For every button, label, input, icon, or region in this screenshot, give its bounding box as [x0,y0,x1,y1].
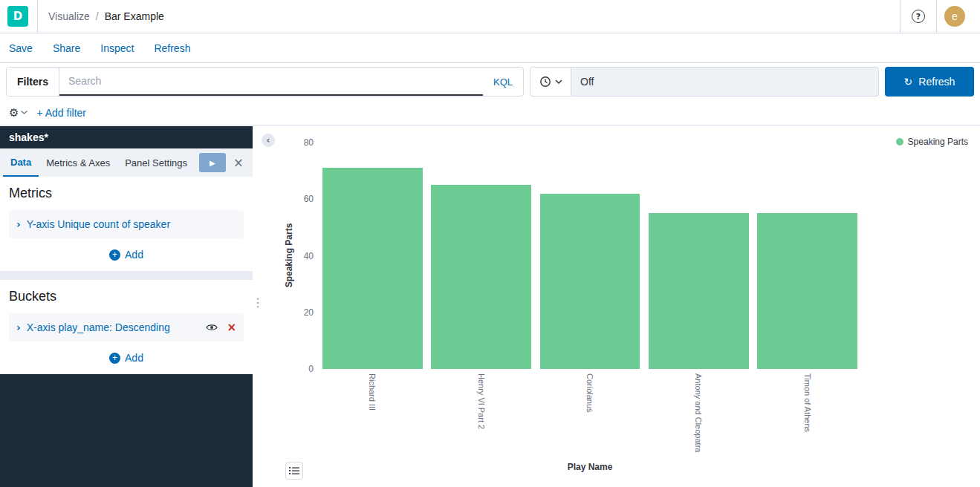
app-logo[interactable]: D [7,6,28,27]
time-picker-button[interactable] [530,67,571,97]
x-tick: Henry VI Part 2 [426,373,535,452]
chevron-down-icon [555,79,562,84]
bar-slot [753,143,862,369]
refresh-button[interactable]: ↻ Refresh [885,67,974,97]
search-input-wrap [59,68,483,96]
chart-region: ‹ Speaking Parts Speaking Parts 02040608… [253,126,980,487]
discard-changes-button[interactable]: × [233,155,244,170]
chart-bar[interactable] [322,168,423,369]
add-metric-label: Add [125,249,143,261]
legend-label: Speaking Parts [908,137,968,147]
breadcrumb-visualize-link[interactable]: Visualize [48,10,90,22]
time-picker-group: Off [530,67,879,97]
breadcrumb: Visualize / Bar Example [48,10,164,22]
kql-language-button[interactable]: KQL [483,68,523,96]
page-title: Bar Example [105,10,164,22]
inspect-button[interactable]: Inspect [100,42,134,54]
x-tick: Coriolanus [536,373,644,452]
refresh-link[interactable]: Refresh [154,42,190,54]
filter-bar: ⚙ + Add filter [0,100,980,125]
avatar: e [944,6,965,27]
x-tick-label: Coriolanus [585,373,594,452]
chevron-right-icon: › [16,218,21,230]
index-pattern-label: shakes* [0,126,253,148]
add-bucket-label: Add [125,352,143,364]
bar-slot [426,143,535,369]
action-bar: Save Share Inspect Refresh [0,33,980,63]
bar-slot [536,143,644,369]
buckets-title: Buckets [9,289,244,304]
chevron-left-icon: ‹ [267,135,270,146]
vis-editor-sidebar: shakes* Data Metrics & Axes Panel Settin… [0,126,253,487]
y-axis-ticks: 020406080 [293,143,314,369]
save-button[interactable]: Save [9,42,33,54]
x-tick-label: Henry VI Part 2 [477,373,486,452]
panel-resizer-handle[interactable]: ⋮ [252,297,264,309]
caret-down-icon [21,111,27,114]
filter-settings-button[interactable]: ⚙ [9,106,27,120]
bucket-agg-label: X-axis play_name: Descending [27,321,170,333]
autorefresh-field[interactable]: Off [571,67,879,97]
share-button[interactable]: Share [53,42,80,54]
clock-icon [539,76,551,88]
chart-bar[interactable] [649,213,749,369]
refresh-icon: ↻ [904,76,913,88]
help-icon: ? [912,10,925,23]
search-input[interactable] [67,74,476,88]
add-metric-button[interactable]: + Add [9,249,244,261]
legend-item[interactable]: Speaking Parts [896,137,968,147]
chevron-right-icon: › [16,321,21,333]
buckets-panel: Buckets › X-axis play_name: Descending ×… [0,280,253,374]
bar-slot [644,143,753,369]
logo-letter: D [13,10,22,23]
metric-y-axis-row[interactable]: › Y-axis Unique count of speaker [9,210,244,238]
filters-button[interactable]: Filters [7,68,59,96]
chart-bar[interactable] [540,194,640,369]
plus-icon: + [109,249,120,261]
sidebar-cards: Metrics › Y-axis Unique count of speaker… [0,177,253,374]
y-tick-label: 80 [304,137,314,148]
toggle-visibility-button[interactable] [206,323,218,332]
top-bar: D Visualize / Bar Example ? e [0,0,980,33]
remove-bucket-button[interactable]: × [227,321,236,334]
x-tick: Richard III [318,373,426,452]
y-tick-label: 60 [304,194,314,204]
tab-panel-settings[interactable]: Panel Settings [117,148,195,177]
chart-bar[interactable] [431,185,531,369]
collapse-sidebar-button[interactable]: ‹ [262,134,275,147]
plus-icon: + [109,353,120,364]
bucket-row-actions: × [206,321,236,334]
metrics-panel: Metrics › Y-axis Unique count of speaker… [0,177,253,271]
metrics-title: Metrics [9,186,244,201]
apply-changes-button[interactable]: ▶ [199,153,226,172]
bucket-x-axis-row[interactable]: › X-axis play_name: Descending × [9,313,244,341]
add-filter-button[interactable]: + Add filter [36,107,86,119]
list-icon [289,466,299,475]
tab-metrics-axes[interactable]: Metrics & Axes [39,148,117,177]
tab-data[interactable]: Data [3,148,39,177]
app-window: D Visualize / Bar Example ? e Save Share… [0,0,980,487]
x-tick-label: Antony and Cleopatra [694,373,703,452]
x-tick: Antony and Cleopatra [644,373,753,452]
refresh-button-label: Refresh [918,76,955,88]
search-group: Filters KQL [6,67,524,97]
legend-toggle-button[interactable] [285,462,303,480]
x-tick: Timon of Athens [753,373,862,452]
play-icon: ▶ [210,159,215,167]
x-axis-labels: Richard IIIHenry VI Part 2CoriolanusAnto… [318,373,862,452]
x-axis-title: Play Name [318,462,862,472]
x-tick-label: Richard III [368,373,377,452]
eye-icon [206,323,218,332]
y-tick-label: 20 [304,307,314,318]
main-content: shakes* Data Metrics & Axes Panel Settin… [0,126,980,487]
metric-agg-label: Y-axis Unique count of speaker [27,218,170,230]
help-button[interactable]: ? [901,0,936,33]
gear-icon: ⚙ [9,106,19,120]
sidebar-tabs: Data Metrics & Axes Panel Settings ▶ × [0,148,253,177]
query-bar: Filters KQL Off ↻ Refresh [0,63,980,100]
add-bucket-button[interactable]: + Add [9,352,244,364]
bar-plot [318,143,862,369]
chart-bar[interactable] [757,213,857,369]
y-tick-label: 0 [308,364,314,374]
user-menu-button[interactable]: e [937,0,973,33]
